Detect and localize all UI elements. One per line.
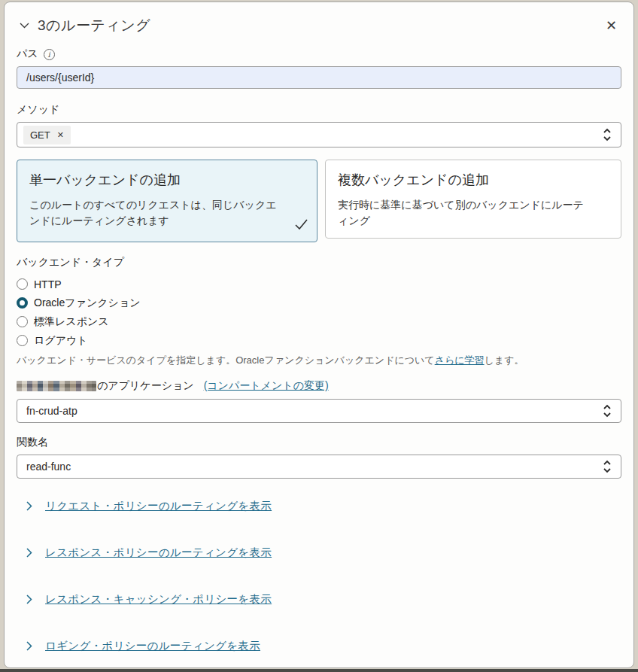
- expander-logging-policies[interactable]: ロギング・ポリシーのルーティングを表示: [17, 638, 621, 653]
- expander-logging-policies-link[interactable]: ロギング・ポリシーのルーティングを表示: [45, 639, 260, 653]
- panel-title: 3のルーティング: [38, 16, 150, 35]
- multiple-backend-card[interactable]: 複数バックエンドの追加 実行時に基準に基づいて別のバックエンドにルーティング: [325, 160, 621, 239]
- radio-oracle-functions[interactable]: Oracleファンクション: [17, 293, 621, 312]
- backend-mode-cards: 単一バックエンドの追加 このルートのすべてのリクエストは、同じバックエンドにルー…: [17, 160, 621, 242]
- radio-http[interactable]: HTTP: [17, 275, 621, 293]
- backend-type-label: バックエンド・タイプ: [17, 256, 621, 271]
- policy-expanders: リクエスト・ポリシーのルーティングを表示 レスポンス・ポリシーのルーティングを表…: [17, 498, 621, 653]
- panel-header: 3のルーティング ✕: [17, 14, 621, 37]
- compartment-name-redacted: [17, 381, 96, 391]
- change-compartment-link[interactable]: (コンパートメントの変更): [204, 379, 329, 393]
- path-label-row: パス i: [17, 47, 621, 62]
- function-name-label: 関数名: [17, 436, 48, 449]
- expander-request-policies[interactable]: リクエスト・ポリシーのルーティングを表示: [17, 498, 621, 513]
- method-tag-label: GET: [30, 129, 50, 141]
- radio-oracle-functions-label: Oracleファンクション: [34, 296, 141, 310]
- path-input[interactable]: /users/{userId}: [17, 66, 621, 89]
- chevron-right-icon: [26, 594, 32, 604]
- path-label: パス: [17, 47, 38, 61]
- method-select[interactable]: GET ✕: [17, 122, 621, 147]
- application-label-suffix: のアプリケーション: [97, 379, 194, 393]
- radio-circle-icon: [17, 297, 28, 309]
- expander-response-caching-policies-link[interactable]: レスポンス・キャッシング・ポリシーを表示: [45, 592, 272, 607]
- window-bottom-edge: [0, 669, 638, 672]
- multiple-backend-card-description: 実行時に基準に基づいて別のバックエンドにルーティング: [338, 197, 609, 229]
- radio-stock-response[interactable]: 標準レスポンス: [17, 312, 621, 331]
- application-select-value: fn-crud-atp: [26, 405, 77, 417]
- radio-circle-icon: [17, 335, 28, 346]
- learn-more-link[interactable]: さらに学習: [435, 354, 485, 366]
- method-label-row: メソッド: [17, 102, 621, 117]
- backend-type-radio-group: HTTP Oracleファンクション 標準レスポンス ログアウト: [17, 275, 621, 350]
- select-stepper-icon: [603, 460, 612, 473]
- radio-http-label: HTTP: [34, 278, 62, 290]
- collapse-chevron-icon[interactable]: [17, 18, 32, 33]
- backend-type-help-text: バックエンド・サービスのタイプを指定します。Oracleファンクションバックエン…: [17, 354, 621, 367]
- radio-logout-label: ログアウト: [34, 334, 88, 348]
- method-label: メソッド: [17, 103, 59, 117]
- info-icon[interactable]: i: [44, 49, 55, 60]
- function-select[interactable]: read-func: [17, 455, 621, 479]
- expander-response-policies[interactable]: レスポンス・ポリシーのルーティングを表示: [17, 545, 621, 560]
- function-select-value: read-func: [26, 461, 71, 473]
- single-backend-card-description: このルートのすべてのリクエストは、同じバックエンドにルーティングされます: [29, 197, 305, 229]
- single-backend-card[interactable]: 単一バックエンドの追加 このルートのすべてのリクエストは、同じバックエンドにルー…: [17, 160, 317, 242]
- expander-request-policies-link[interactable]: リクエスト・ポリシーのルーティングを表示: [45, 499, 272, 513]
- check-icon: [295, 219, 308, 233]
- close-icon[interactable]: ✕: [601, 17, 621, 34]
- path-input-value: /users/{userId}: [26, 71, 94, 84]
- application-label-row: のアプリケーション (コンパートメントの変更): [17, 379, 621, 394]
- tag-remove-icon[interactable]: ✕: [57, 130, 64, 140]
- select-stepper-icon: [603, 404, 612, 418]
- chevron-right-icon: [26, 548, 32, 558]
- chevron-right-icon: [26, 501, 32, 511]
- radio-stock-response-label: 標準レスポンス: [34, 315, 109, 329]
- function-label-row: 関数名: [17, 435, 621, 450]
- radio-circle-icon: [17, 278, 28, 290]
- multiple-backend-card-title: 複数バックエンドの追加: [338, 171, 609, 189]
- routing-panel: 3のルーティング ✕ パス i /users/{userId} メソッド GET…: [4, 2, 634, 668]
- help-text-after: します。: [485, 354, 524, 366]
- method-tag-get: GET ✕: [23, 126, 71, 144]
- application-select[interactable]: fn-crud-atp: [17, 399, 621, 423]
- radio-circle-icon: [17, 316, 28, 327]
- expander-response-policies-link[interactable]: レスポンス・ポリシーのルーティングを表示: [45, 546, 272, 560]
- help-text-before: バックエンド・サービスのタイプを指定します。Oracleファンクションバックエン…: [17, 354, 435, 366]
- select-stepper-icon: [603, 128, 612, 141]
- chevron-right-icon: [26, 641, 32, 651]
- radio-logout[interactable]: ログアウト: [17, 331, 621, 350]
- single-backend-card-title: 単一バックエンドの追加: [29, 171, 305, 189]
- expander-response-caching-policies[interactable]: レスポンス・キャッシング・ポリシーを表示: [17, 591, 621, 607]
